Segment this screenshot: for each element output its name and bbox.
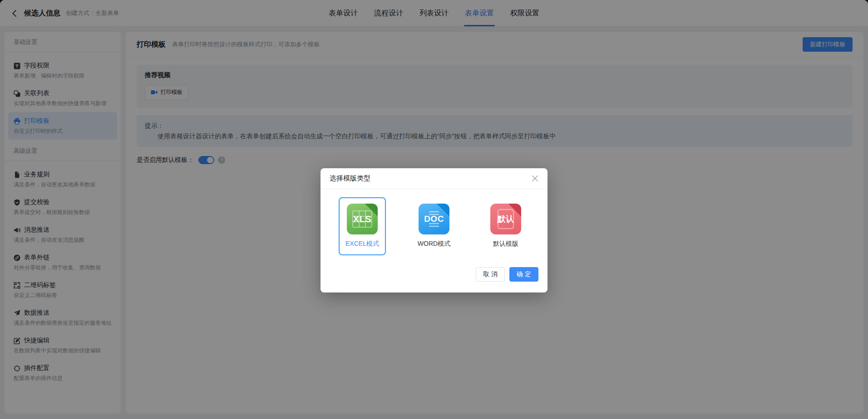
option-label: WORD模式 [418,240,450,248]
option-label: 默认模版 [493,240,518,248]
doc-file-icon: DOC [419,204,449,234]
confirm-button[interactable]: 确 定 [509,267,538,282]
option-excel-mode[interactable]: XLS EXCEL模式 [339,197,386,255]
modal-header: 选择模版类型 [321,168,547,189]
modal-footer: 取 消 确 定 [321,255,547,292]
default-badge: 默认 [490,204,521,234]
cancel-button[interactable]: 取 消 [476,267,505,282]
template-type-modal: 选择模版类型 XLS EXCEL模式 DOC WORD模式 [321,168,547,292]
option-label: EXCEL模式 [345,240,379,248]
xls-file-icon: XLS [347,204,378,234]
default-file-icon: 默认 [490,204,521,234]
xls-badge: XLS [347,204,378,234]
modal-title: 选择模版类型 [330,174,370,183]
option-default-template[interactable]: 默认 默认模版 [482,197,529,255]
template-options: XLS EXCEL模式 DOC WORD模式 默认 默认模版 [339,197,529,255]
option-word-mode[interactable]: DOC WORD模式 [410,197,458,255]
doc-badge: DOC [419,204,449,234]
close-icon[interactable] [532,175,538,182]
